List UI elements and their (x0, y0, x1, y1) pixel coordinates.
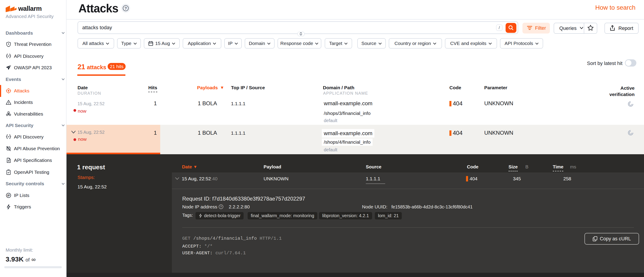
svg-text:?: ? (124, 6, 127, 11)
svg-text:?: ? (220, 205, 222, 208)
svg-text:IP: IP (7, 194, 10, 197)
